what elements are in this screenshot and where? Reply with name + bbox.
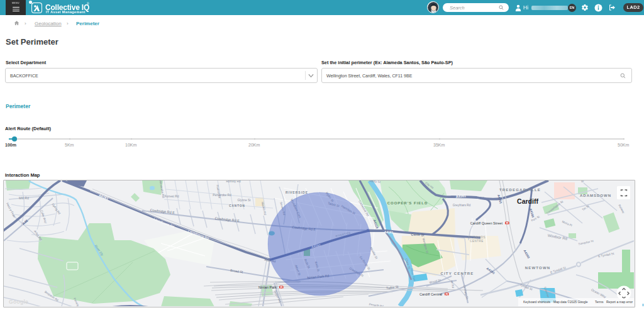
svg-text:Terms: Terms	[595, 300, 604, 304]
svg-text:Castle St: Castle St	[411, 232, 425, 236]
svg-text:CENTRE: CENTRE	[470, 240, 484, 243]
svg-text:Greyfriars Rd: Greyfriars Rd	[453, 204, 471, 207]
svg-text:Keyboard shortcuts: Keyboard shortcuts	[523, 300, 551, 304]
svg-text:Mill Rd: Mill Rd	[19, 196, 29, 200]
svg-text:RIVERSIDE: RIVERSIDE	[286, 191, 308, 194]
svg-text:Report a map error: Report a map error	[606, 300, 633, 304]
svg-text:CITY CENTRE: CITY CENTRE	[440, 272, 474, 275]
svg-text:Map data ©2025 Google: Map data ©2025 Google	[553, 300, 588, 304]
svg-text:Pembroke Rd: Pembroke Rd	[213, 194, 231, 197]
svg-text:A4161: A4161	[384, 230, 394, 235]
svg-text:TREDEGARVILLE: TREDEGARVILLE	[499, 188, 541, 192]
svg-text:Cardiff Queen Street: Cardiff Queen Street	[470, 221, 503, 225]
svg-text:Google: Google	[9, 299, 28, 305]
svg-text:Ninian Park: Ninian Park	[258, 285, 277, 289]
svg-text:NEWTOWN: NEWTOWN	[525, 266, 551, 270]
svg-text:Cardiff: Cardiff	[517, 197, 538, 205]
svg-text:Forrest Rd: Forrest Rd	[165, 195, 179, 198]
svg-text:Cardiff Central: Cardiff Central	[419, 292, 442, 296]
svg-text:ADAMSDOWN: ADAMSDOWN	[580, 194, 611, 197]
svg-text:Romilly Rd: Romilly Rd	[226, 180, 241, 183]
svg-text:ST DAVIDS: ST DAVIDS	[468, 236, 486, 239]
svg-text:CANTON: CANTON	[229, 204, 245, 208]
svg-text:COOPER’S FIELD: COOPER’S FIELD	[387, 201, 428, 205]
svg-text:Glynne St: Glynne St	[237, 199, 251, 202]
